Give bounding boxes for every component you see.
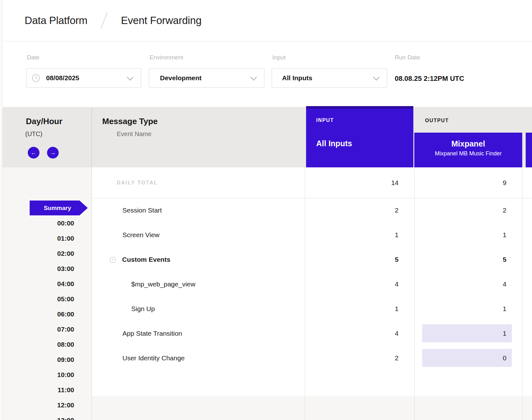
prev-day-button[interactable]: ← (28, 147, 39, 159)
hour-item[interactable]: 05:00 (0, 291, 74, 307)
environment-select[interactable]: Development (149, 68, 264, 88)
input-select-value: All Inputs (282, 69, 312, 87)
day-hour-rail: Summary 00:00 01:00 02:00 03:00 04:00 05… (0, 167, 92, 420)
event-name: Session Start (122, 198, 162, 223)
input-value: 1 (305, 223, 413, 247)
event-name: $mp_web_page_view (131, 272, 195, 297)
hour-item[interactable]: 04:00 (0, 276, 74, 291)
hour-item[interactable]: 13:00 (0, 413, 74, 420)
table-header: Day/Hour (UTC) ← → Message Type Event Na… (0, 107, 532, 167)
event-name: Custom Events (122, 247, 170, 272)
filter-bar: Date Environment Input Run Date 08/08/20… (0, 41, 532, 107)
output-column-header-next-partial (526, 133, 532, 167)
daily-total-label: DAILY TOTAL (117, 167, 158, 198)
run-date-value: 08.08.25 2:12PM UTC (395, 75, 464, 83)
output-value: 1 (414, 297, 522, 321)
hour-item[interactable]: 00:00 (0, 216, 74, 231)
hour-item[interactable]: 11:00 (0, 382, 74, 398)
arrow-left-icon: ← (31, 149, 37, 156)
page-left-edge (2, 0, 3, 420)
output-section-label: OUTPUT (425, 118, 449, 123)
input-value: 2 (305, 346, 413, 370)
hour-item[interactable]: 06:00 (0, 307, 74, 322)
input-value: 4 (305, 272, 413, 297)
output-value-highlighted: 1 (422, 324, 512, 342)
hour-list: 00:00 01:00 02:00 03:00 04:00 05:00 06:0… (0, 216, 74, 420)
hour-item[interactable]: 03:00 (0, 261, 74, 276)
breadcrumb-link-data-platform[interactable]: Data Platform (25, 15, 87, 27)
table-body: Summary 00:00 01:00 02:00 03:00 04:00 05… (0, 167, 532, 420)
input-value: 1 (305, 297, 413, 321)
arrow-right-icon: → (50, 149, 56, 156)
clock-icon (32, 74, 40, 83)
table-row: Screen View 1 1 (92, 223, 532, 247)
hour-item[interactable]: 01:00 (0, 231, 74, 246)
chevron-down-icon (250, 74, 257, 81)
table-row: Sign Up 1 1 (92, 297, 532, 321)
summary-badge[interactable]: Summary (30, 201, 88, 215)
daily-total-output-value: 9 (414, 167, 522, 198)
event-name: User Identity Change (122, 346, 185, 370)
hour-item[interactable]: 09:00 (0, 352, 74, 367)
input-value: 5 (305, 247, 413, 272)
minus-icon: − (112, 257, 114, 262)
hour-item[interactable]: 10:00 (0, 367, 74, 382)
run-date-label: Run Date (395, 54, 420, 61)
message-type-column-subtitle: Event Name (117, 130, 151, 138)
input-value: 2 (305, 198, 413, 223)
input-column-label: INPUT (316, 117, 413, 123)
event-name: App State Transition (122, 321, 182, 346)
daily-total-row: DAILY TOTAL 14 9 (92, 167, 532, 198)
table-row: App State Transition 4 1 (92, 321, 532, 346)
input-select[interactable]: All Inputs (272, 68, 387, 88)
breadcrumb-current-page: Event Forwarding (121, 15, 201, 27)
environment-select-value: Development (160, 69, 202, 87)
output-value-highlighted: 0 (422, 349, 512, 367)
chevron-down-icon (127, 74, 133, 81)
rail-divider (92, 167, 92, 420)
next-day-button[interactable]: → (47, 147, 59, 159)
hour-item[interactable]: 02:00 (0, 246, 74, 261)
environment-filter-label: Environment (150, 54, 183, 61)
output-column-subtitle: Mixpanel MB Music Finder (414, 150, 522, 157)
input-value: 4 (305, 321, 413, 346)
page-left-strip (0, 0, 2, 420)
message-type-column-title: Message Type (102, 117, 158, 126)
output-value: 5 (414, 247, 522, 272)
column-border-output-next (522, 167, 523, 420)
input-filter-label: Input (272, 54, 286, 61)
column-border-input-output (414, 167, 415, 420)
collapse-toggle[interactable]: − (110, 257, 115, 262)
table-row: $mp_web_page_view 4 4 (92, 272, 532, 297)
table-footer-band (92, 396, 532, 420)
output-column-title: Mixpanel (414, 139, 522, 148)
output-value: 2 (414, 198, 522, 223)
table-row: User Identity Change 2 0 (92, 346, 532, 370)
event-forwarding-screen: Data Platform Event Forwarding Date Envi… (0, 0, 532, 420)
breadcrumb-slash-icon (100, 12, 108, 29)
event-name: Sign Up (131, 297, 155, 321)
day-hour-column-subtitle: (UTC) (25, 130, 42, 138)
date-select-value: 08/08/2025 (46, 69, 79, 87)
event-rows: Session Start 2 2 Screen View 1 1 − Cust… (92, 198, 532, 370)
table-row-custom-events: − Custom Events 5 5 (92, 247, 532, 272)
date-select[interactable]: 08/08/2025 (26, 68, 141, 88)
header-column-divider (92, 107, 92, 167)
table-row: Session Start 2 2 (92, 198, 532, 223)
hour-item[interactable]: 12:00 (0, 398, 74, 413)
input-column-title: All Inputs (316, 139, 413, 148)
hour-item[interactable]: 07:00 (0, 322, 74, 337)
daily-total-input-value: 14 (305, 167, 413, 198)
chevron-down-icon (373, 74, 380, 81)
output-value: 4 (414, 272, 522, 297)
output-column-header-mixpanel: Mixpanel Mixpanel MB Music Finder (414, 133, 522, 167)
date-filter-label: Date (27, 54, 39, 61)
column-border-message-input (305, 167, 305, 420)
event-name: Screen View (122, 223, 160, 247)
output-value: 1 (414, 223, 522, 247)
day-hour-column-title: Day/Hour (26, 117, 62, 126)
breadcrumb: Data Platform Event Forwarding (0, 0, 532, 41)
input-column-header: INPUT All Inputs (306, 106, 413, 167)
hour-item[interactable]: 08:00 (0, 337, 74, 352)
daily-total-separator (92, 198, 532, 198)
